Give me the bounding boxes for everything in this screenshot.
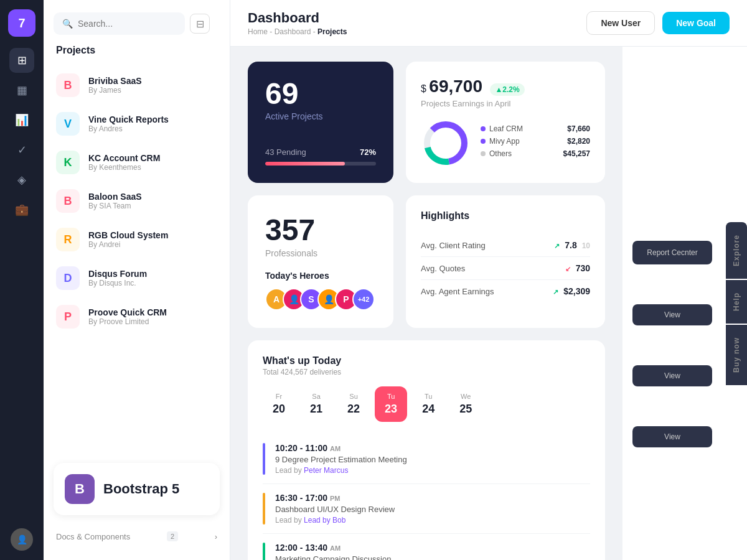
nav-icon-chart[interactable]: 📊 <box>9 108 34 133</box>
project-info-0: Briviba SaaS By James <box>88 76 142 95</box>
bootstrap-label: Bootstrap 5 <box>103 481 179 497</box>
earnings-arrow: ↗ <box>553 288 558 296</box>
cal-day-25[interactable]: We 25 <box>449 386 482 422</box>
project-name-3: Baloon SaaS <box>88 192 142 202</box>
view-button-1[interactable]: View <box>632 304 712 325</box>
event-time-1: 16:30 - 17:00 PM <box>275 493 395 503</box>
search-box[interactable]: 🔍 <box>54 12 185 35</box>
bootstrap-promo-card[interactable]: B Bootstrap 5 <box>54 463 220 515</box>
right-panel: Report Cecnter View View View Explore He… <box>622 47 747 560</box>
docs-row[interactable]: Docs & Components 2 › <box>44 525 230 548</box>
breadcrumb-dashboard[interactable]: Dashboard <box>275 27 311 36</box>
events-list: 10:20 - 11:00 AM 9 Degree Project Estima… <box>263 434 590 560</box>
cal-day-23[interactable]: Tu 23 <box>375 386 407 422</box>
schedule-header: What's up Today Total 424,567 deliveries <box>263 355 590 376</box>
rating-arrow: ↗ <box>554 242 560 250</box>
cal-day-20[interactable]: Fr 20 <box>263 386 295 422</box>
report-center-button[interactable]: Report Cecnter <box>632 241 712 264</box>
event-content-2: 12:00 - 13:40 AM Marketing Campaign Disc… <box>275 543 391 560</box>
project-info-4: RGB Cloud System By Andrei <box>88 230 168 249</box>
sidebar: 🔍 ⊟ Projects B Briviba SaaS By James V V… <box>44 0 230 560</box>
buy-now-tab[interactable]: Buy now <box>726 325 747 385</box>
search-input[interactable] <box>78 19 176 29</box>
event-lead-link-0[interactable]: Peter Marcus <box>304 466 348 475</box>
project-icon-4: R <box>56 228 80 251</box>
event-ampm-1: PM <box>330 495 341 502</box>
page-title: Dashboard <box>248 10 347 26</box>
calendar-row: Fr 20 Sa 21 Su 22 Tu 23 Tu 24 We 25 <box>263 386 590 422</box>
sidebar-item-project-0[interactable]: B Briviba SaaS By James <box>44 66 230 105</box>
explore-tab[interactable]: Explore <box>726 222 747 278</box>
event-time-2: 12:00 - 13:40 AM <box>275 543 391 553</box>
filter-button[interactable]: ⊟ <box>190 14 210 34</box>
sidebar-item-project-6[interactable]: P Proove Quick CRM By Proove Limited <box>44 297 230 336</box>
progress-fill <box>265 162 345 166</box>
event-title-2: Marketing Campaign Discussion <box>275 554 391 560</box>
new-user-button[interactable]: New User <box>586 11 655 35</box>
search-icon: 🔍 <box>62 19 73 29</box>
highlight-row-earnings: Avg. Agent Earnings ↗ $2,309 <box>421 280 590 302</box>
nav-icon-check[interactable]: ✓ <box>9 138 34 162</box>
row-2: 357 Professionals Today's Heroes A 👤 S 👤… <box>248 195 605 328</box>
pending-pct: 72% <box>360 147 376 157</box>
event-item-0: 10:20 - 11:00 AM 9 Degree Project Estima… <box>263 434 590 484</box>
help-tab[interactable]: Help <box>726 280 747 324</box>
project-icon-2: K <box>56 151 80 174</box>
project-icon-0: B <box>56 73 80 97</box>
project-by-1: By Andres <box>88 124 169 133</box>
breadcrumb-projects: Projects <box>317 27 347 36</box>
pending-label: 43 Pending <box>265 147 306 157</box>
project-by-3: By SIA Team <box>88 202 142 210</box>
hero-avatar-more: +42 <box>352 288 375 310</box>
heroes-avatars: A 👤 S 👤 P +42 <box>265 288 376 310</box>
sidebar-item-project-2[interactable]: K KC Account CRM By Keenthemes <box>44 143 230 182</box>
project-name-5: Disqus Forum <box>88 269 147 279</box>
event-lead-link-1[interactable]: Lead by Bob <box>304 516 345 525</box>
project-info-6: Proove Quick CRM By Proove Limited <box>88 307 167 326</box>
breadcrumb-home[interactable]: Home <box>248 27 268 36</box>
day-num-3: 23 <box>385 403 397 416</box>
sidebar-search-row: 🔍 ⊟ <box>44 12 230 45</box>
legend-others-label: Others <box>489 149 512 158</box>
legend-item-mivy: Mivy App $2,820 <box>481 137 590 146</box>
earnings-badge: ▲2.2% <box>490 83 524 96</box>
new-goal-button[interactable]: New Goal <box>662 12 730 34</box>
project-info-3: Baloon SaaS By SIA Team <box>88 192 142 210</box>
sidebar-item-project-4[interactable]: R RGB Cloud System By Andrei <box>44 220 230 259</box>
agent-earnings-label: Avg. Agent Earnings <box>421 287 494 296</box>
professionals-card: 357 Professionals Today's Heroes A 👤 S 👤… <box>248 195 393 328</box>
legend-item-leaf: Leaf CRM $7,660 <box>481 124 590 133</box>
sidebar-item-project-5[interactable]: D Disqus Forum By Disqus Inc. <box>44 259 230 297</box>
project-by-0: By James <box>88 86 142 95</box>
docs-count: 2 <box>167 531 178 541</box>
sidebar-item-project-3[interactable]: B Baloon SaaS By SIA Team <box>44 182 230 220</box>
breadcrumb: Home - Dashboard - Projects <box>248 27 347 36</box>
day-num-0: 20 <box>273 403 285 416</box>
nav-icon-layers[interactable]: ◈ <box>9 167 34 192</box>
cal-day-21[interactable]: Sa 21 <box>300 386 332 422</box>
nav-icon-dashboard[interactable]: ⊞ <box>9 48 34 73</box>
nav-icon-grid[interactable]: ▦ <box>9 78 34 103</box>
project-icon-5: D <box>56 266 80 290</box>
event-content-1: 16:30 - 17:00 PM Dashboard UI/UX Design … <box>275 493 395 525</box>
highlights-card: Highlights Avg. Client Rating ↗ 7.8 10 A… <box>406 195 605 328</box>
event-lead-1: Lead by Lead by Bob <box>275 516 395 525</box>
highlights-title: Highlights <box>421 210 590 222</box>
projects-title: Projects <box>44 45 230 66</box>
currency-symbol: $ <box>421 83 426 94</box>
professionals-label: Professionals <box>265 248 376 258</box>
event-ampm-0: AM <box>330 445 341 452</box>
cal-day-22[interactable]: Su 22 <box>337 386 370 422</box>
view-button-3[interactable]: View <box>632 426 712 447</box>
view-button-2[interactable]: View <box>632 365 712 386</box>
cal-day-24[interactable]: Tu 24 <box>412 386 444 422</box>
user-number-badge[interactable]: 7 <box>8 9 35 37</box>
event-bar-0 <box>263 443 265 475</box>
main-area: Dashboard Home - Dashboard - Projects Ne… <box>230 0 747 560</box>
event-ampm-2: AM <box>330 544 341 552</box>
content-area: 69 Active Projects 43 Pending 72% <box>230 47 747 560</box>
project-by-4: By Andrei <box>88 240 168 249</box>
sidebar-item-project-1[interactable]: V Vine Quick Reports By Andres <box>44 105 230 143</box>
nav-icon-briefcase[interactable]: 💼 <box>9 197 34 222</box>
user-avatar[interactable]: 👤 <box>11 528 33 551</box>
